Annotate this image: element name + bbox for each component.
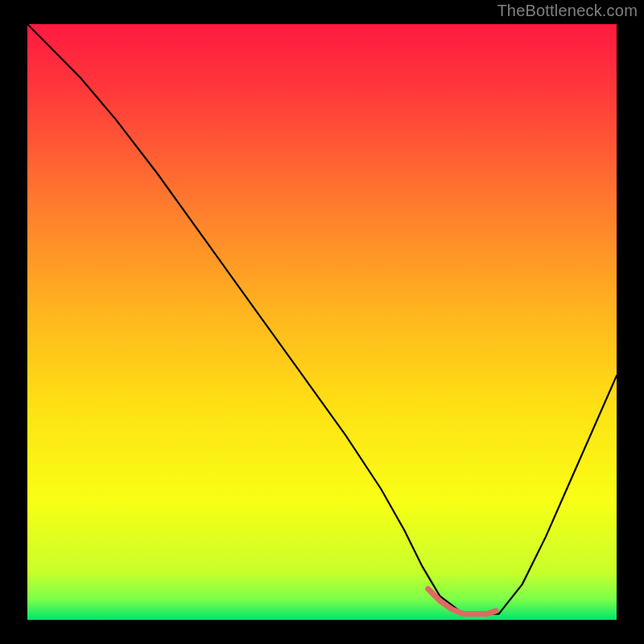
watermark-text: TheBottleneck.com [497,2,638,20]
plot-area [27,24,617,620]
chart-svg [27,24,617,620]
gradient-background [27,24,617,620]
chart-frame: TheBottleneck.com [0,0,644,644]
